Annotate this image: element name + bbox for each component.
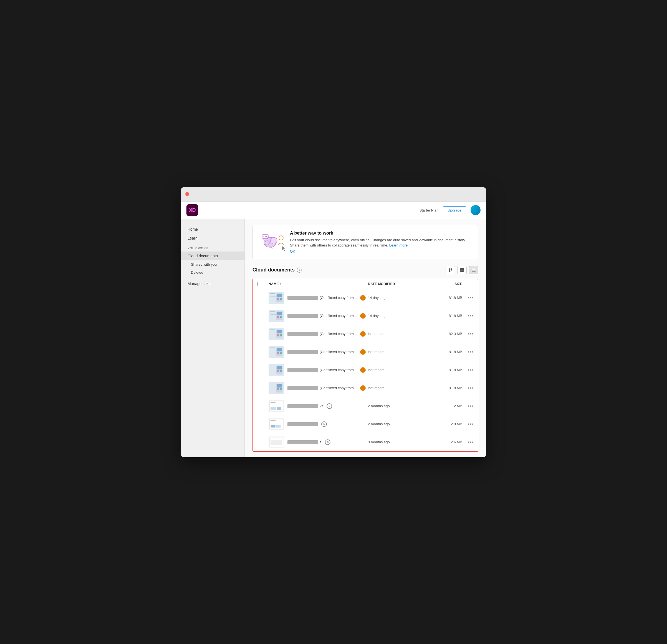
avatar[interactable] (471, 205, 481, 215)
xd-logo: XD (186, 204, 198, 216)
svg-point-2 (265, 241, 270, 245)
warning-icon: ! (360, 313, 366, 319)
more-button[interactable]: ••• (462, 404, 473, 408)
sidebar-item-cloud-documents[interactable]: Cloud documents (181, 252, 244, 260)
file-thumbnail (269, 418, 284, 430)
svg-rect-22 (472, 270, 475, 270)
info-icon[interactable]: i (297, 268, 302, 273)
svg-rect-59 (277, 384, 282, 387)
size-cell: 81.8 MB (429, 296, 462, 300)
svg-point-5 (264, 236, 264, 237)
sync-icon: ↻ (325, 439, 330, 445)
file-name-block: s (288, 440, 322, 444)
file-info: (Conflicted copy from... ! (269, 382, 368, 394)
svg-rect-76 (276, 425, 280, 428)
list-view-button[interactable] (469, 266, 478, 274)
table-header: NAME ↑ DATE MODIFIED SIZE (253, 279, 478, 289)
file-name-block: (Conflicted copy from... (288, 368, 357, 372)
select-all-checkbox[interactable] (258, 282, 269, 286)
svg-rect-67 (271, 407, 276, 410)
warning-icon: ! (360, 385, 366, 391)
file-thumbnail (269, 436, 284, 448)
svg-rect-45 (280, 334, 282, 336)
section-header: Cloud documents i (253, 266, 478, 274)
sync-icon: ↻ (321, 421, 327, 427)
size-column-header: SIZE (429, 282, 462, 286)
more-button[interactable]: ••• (462, 350, 473, 354)
more-button[interactable]: ••• (462, 422, 473, 426)
sidebar: Home Learn YOUR WORK Cloud documents Sha… (181, 219, 245, 457)
sidebar-item-home[interactable]: Home (181, 225, 244, 234)
svg-rect-31 (280, 298, 282, 300)
table-row[interactable]: (Conflicted copy from... ! 14 days ago 8… (253, 289, 478, 307)
more-button[interactable]: ••• (462, 368, 473, 372)
file-name-suffix: s (320, 440, 322, 444)
size-cell: 81.8 MB (429, 350, 462, 354)
svg-rect-49 (277, 348, 282, 351)
svg-point-1 (271, 237, 277, 244)
size-cell: 81.8 MB (429, 368, 462, 372)
file-thumbnail (269, 346, 284, 358)
size-cell: 2.6 MB (429, 440, 462, 444)
table-row[interactable]: (Conflicted copy from... ! 14 days ago 8… (253, 307, 478, 325)
svg-rect-44 (277, 334, 279, 336)
learn-more-link[interactable]: Learn more (389, 243, 408, 247)
svg-marker-4 (263, 239, 265, 240)
svg-rect-41 (270, 329, 275, 330)
name-column-header[interactable]: NAME ↑ (269, 282, 368, 286)
more-button[interactable]: ••• (462, 440, 473, 445)
svg-rect-12 (449, 269, 450, 270)
svg-rect-20 (462, 270, 464, 272)
table-row[interactable]: s ↻ 3 months ago 2.6 MB ••• (253, 433, 478, 451)
svg-rect-29 (277, 294, 282, 297)
sidebar-item-learn[interactable]: Learn (181, 234, 244, 243)
date-cell: last month (368, 332, 429, 336)
close-button[interactable] (185, 192, 189, 196)
sidebar-item-deleted[interactable]: Deleted (181, 269, 244, 276)
svg-rect-66 (271, 405, 279, 405)
svg-rect-21 (472, 269, 475, 269)
plan-label: Starter Plan (419, 208, 438, 212)
svg-rect-73 (271, 423, 279, 423)
table-row[interactable]: (Conflicted copy from... ! last month 81… (253, 343, 478, 361)
table-row[interactable]: (Conflicted copy from... ! last month 81… (253, 379, 478, 397)
upgrade-button[interactable]: Upgrade (443, 206, 466, 214)
svg-rect-72 (271, 422, 281, 422)
more-button[interactable]: ••• (462, 332, 473, 336)
svg-rect-38 (277, 316, 279, 318)
svg-rect-33 (270, 311, 275, 312)
file-thumbnail (269, 310, 284, 322)
file-info: (Conflicted copy from... ! (269, 310, 368, 322)
more-button[interactable]: ••• (462, 386, 473, 390)
table-row[interactable]: (Conflicted copy from... ! last month 82… (253, 325, 478, 343)
date-cell: 2 months ago (368, 404, 429, 408)
share-view-button[interactable] (445, 266, 455, 274)
titlebar (181, 187, 486, 202)
app-window: XD Starter Plan Upgrade Home Learn YOUR … (181, 187, 486, 457)
size-cell: 2 MB (429, 404, 462, 408)
file-name-block: (Conflicted copy from... (288, 350, 357, 354)
table-row[interactable]: vs ↻ 2 months ago 2 MB ••• (253, 397, 478, 415)
view-controls (445, 266, 478, 274)
svg-point-8 (279, 236, 283, 240)
svg-rect-54 (277, 366, 282, 369)
grid-view-button[interactable] (457, 266, 467, 274)
svg-rect-47 (270, 348, 275, 348)
table-row[interactable]: (Conflicted copy from... ! last month 81… (253, 361, 478, 379)
sidebar-item-shared-with-you[interactable]: Shared with you (181, 260, 244, 269)
more-button[interactable]: ••• (462, 295, 473, 300)
svg-rect-79 (271, 440, 282, 445)
files-table: NAME ↑ DATE MODIFIED SIZE (253, 279, 478, 452)
file-name-block: (Conflicted copy from... (288, 296, 357, 300)
file-name-redacted (288, 404, 318, 408)
more-button[interactable]: ••• (462, 313, 473, 318)
ok-button[interactable]: OK (290, 249, 471, 254)
table-row[interactable]: ↻ 2 months ago 2.9 MB ••• (253, 415, 478, 433)
file-name-block: vs (288, 404, 323, 408)
svg-rect-51 (280, 352, 282, 354)
svg-marker-11 (282, 246, 285, 251)
file-thumbnail (269, 328, 284, 340)
date-cell: last month (368, 368, 429, 372)
sidebar-item-manage-links[interactable]: Manage links... (181, 279, 244, 288)
size-cell: 81.8 MB (429, 386, 462, 390)
